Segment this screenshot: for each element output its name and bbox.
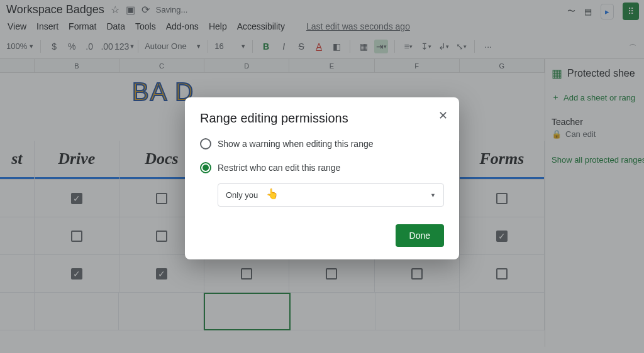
dialog-title: Range editing permissions — [200, 111, 444, 126]
option-show-warning[interactable]: Show a warning when editing this range — [200, 138, 444, 149]
close-icon[interactable]: ✕ — [438, 109, 448, 122]
range-permissions-dialog: Range editing permissions ✕ Show a warni… — [185, 97, 459, 259]
modal-overlay: Range editing permissions ✕ Show a warni… — [0, 0, 644, 353]
radio-unselected-icon[interactable] — [200, 138, 211, 149]
option-restrict-edit[interactable]: Restrict who can edit this range — [200, 162, 444, 173]
chevron-down-icon: ▼ — [430, 192, 436, 198]
dropdown-value: Only you — [226, 190, 258, 200]
permissions-dropdown[interactable]: Only you 👆 ▼ — [218, 183, 444, 207]
cursor-pointer-icon: 👆 — [266, 188, 279, 200]
radio-selected-icon[interactable] — [200, 162, 211, 173]
done-button[interactable]: Done — [396, 224, 444, 247]
